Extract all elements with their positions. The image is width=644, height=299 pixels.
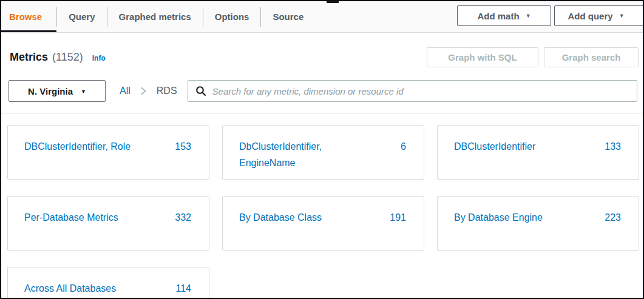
tab-graphed-metrics[interactable]: Graphed metrics: [107, 1, 203, 32]
metric-category-card[interactable]: Across All Databases 114: [7, 267, 209, 299]
cloudwatch-metrics-browser: Browse Query Graphed metrics Options Sou…: [0, 0, 644, 299]
tab-browse[interactable]: Browse: [1, 1, 56, 32]
card-label: By Database Engine: [454, 209, 543, 250]
card-count: 332: [175, 209, 191, 250]
metrics-count: (1152): [52, 51, 83, 64]
breadcrumb-all-link[interactable]: All: [120, 86, 130, 96]
tab-options[interactable]: Options: [203, 1, 261, 32]
graph-with-sql-button[interactable]: Graph with SQL: [427, 47, 538, 67]
info-link[interactable]: Info: [92, 54, 106, 62]
card-count: 114: [175, 280, 191, 299]
metric-category-card[interactable]: By Database Class 191: [222, 196, 424, 250]
card-count: 191: [390, 209, 406, 250]
breadcrumb-namespace: RDS: [157, 86, 177, 96]
page-title: Metrics: [10, 51, 48, 64]
tab-query[interactable]: Query: [57, 1, 106, 32]
card-label: Per-Database Metrics: [24, 209, 118, 250]
tab-query-label: Query: [69, 12, 95, 22]
card-label: By Database Class: [239, 209, 322, 250]
metric-search-input[interactable]: [212, 86, 629, 96]
metrics-header: Metrics (1152) Info Graph with SQL Graph…: [1, 33, 643, 68]
region-selector[interactable]: N. Virginia ▼: [8, 80, 106, 102]
metric-category-card[interactable]: By Database Engine 223: [437, 196, 639, 250]
tab-options-label: Options: [215, 12, 249, 22]
chevron-down-icon: ▼: [81, 88, 86, 95]
card-count: 153: [175, 138, 191, 179]
tab-graphed-metrics-label: Graphed metrics: [119, 12, 191, 22]
metric-category-card[interactable]: DBClusterIdentifier 133: [437, 125, 639, 180]
add-math-label: Add math: [477, 11, 519, 21]
tab-browse-label: Browse: [9, 12, 42, 22]
card-count: 6: [401, 138, 406, 179]
metric-category-card[interactable]: DBClusterIdentifier, Role 153: [7, 125, 209, 180]
card-label: DBClusterIdentifier, Role: [24, 138, 130, 179]
cropped-element-fragment: [327, 1, 339, 3]
card-label: DBClusterIdentifier: [454, 138, 535, 179]
metric-category-card[interactable]: DbClusterIdentifier, EngineName 6: [222, 125, 424, 180]
card-count: 223: [605, 209, 621, 250]
section-divider: [1, 113, 643, 114]
search-icon: [195, 86, 206, 96]
chevron-down-icon: ▼: [526, 13, 531, 19]
region-label: N. Virginia: [28, 86, 73, 96]
tab-source-label: Source: [273, 12, 303, 22]
title-block: Metrics (1152) Info: [10, 51, 106, 64]
add-math-button[interactable]: Add math ▼: [457, 5, 551, 26]
tab-bar: Browse Query Graphed metrics Options Sou…: [1, 1, 643, 33]
metric-category-grid: DBClusterIdentifier, Role 153 DbClusterI…: [7, 125, 643, 299]
tab-source[interactable]: Source: [261, 1, 315, 32]
metric-search-box: [188, 80, 637, 102]
metric-category-card[interactable]: Per-Database Metrics 332: [7, 196, 209, 250]
chevron-right-icon: [140, 87, 147, 95]
header-actions: Graph with SQL Graph search: [427, 47, 639, 67]
card-label: Across All Databases: [24, 280, 116, 299]
graph-search-button[interactable]: Graph search: [544, 47, 639, 67]
card-count: 133: [605, 138, 621, 179]
add-query-button[interactable]: Add query ▼: [554, 5, 644, 26]
chevron-down-icon: ▼: [619, 13, 625, 19]
card-label: DbClusterIdentifier, EngineName: [239, 138, 364, 179]
filter-row: N. Virginia ▼ All RDS: [1, 80, 643, 102]
add-query-label: Add query: [568, 11, 612, 21]
